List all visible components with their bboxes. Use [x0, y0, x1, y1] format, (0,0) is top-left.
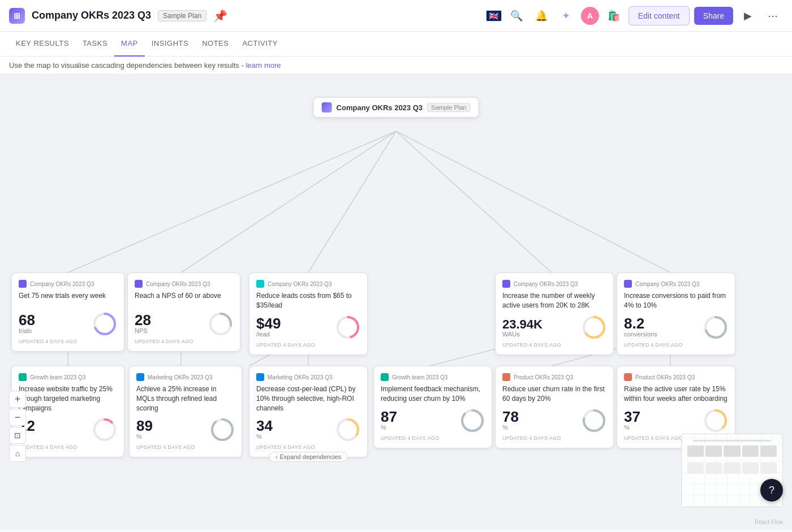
okr-card-header: Company OKRs 2023 Q3 [502, 280, 606, 288]
okr-card-header: Company OKRs 2023 Q3 [19, 280, 117, 288]
present-button[interactable]: ▶ [738, 6, 758, 26]
edit-content-button[interactable]: Edit content [629, 6, 690, 25]
share-button[interactable]: Share [694, 7, 733, 25]
okr-card-metric: 89 [136, 418, 210, 433]
ai-button[interactable]: ✦ [556, 6, 576, 26]
okr-card-metric-row: $49 /lead [256, 315, 360, 340]
okr-card-org: Marketing OKRs 2023 Q3 [148, 374, 213, 380]
okr-card-icon [256, 280, 264, 288]
okr-card-icon [502, 280, 510, 288]
progress-ring [582, 408, 606, 433]
progress-ring [335, 417, 360, 442]
search-button[interactable]: 🔍 [506, 6, 527, 26]
okr-card-metric: 87 [381, 409, 460, 424]
svg-point-25 [212, 419, 233, 440]
okr-card-icon [19, 373, 27, 381]
nav-item-insights[interactable]: INSIGHTS [145, 32, 195, 57]
okr-card-r1[interactable]: Growth team 2023 Q3 Increase website tra… [11, 366, 124, 457]
okr-card-icon [624, 280, 632, 288]
nav-item-key-results[interactable]: KEY RESULTS [9, 32, 76, 57]
okr-card-icon [19, 280, 27, 288]
okr-card-metric: $49 [256, 316, 335, 331]
okr-card-unit: WAUs [502, 331, 582, 338]
okr-card-title: Implement feedback mechanism, reducing u… [381, 384, 485, 404]
okr-card-metric-row: 89 % [136, 417, 235, 442]
header-right: 🇬🇧 🔍 🔔 ✦ A 🛍️ Edit content Share ▶ ⋯ [486, 6, 783, 26]
okr-card-icon [136, 373, 144, 381]
zoom-in-button[interactable]: + [9, 391, 26, 408]
flag-button[interactable]: 🇬🇧 [486, 10, 502, 21]
okr-card-r4[interactable]: Growth team 2023 Q3 Implement feedback m… [373, 366, 492, 448]
okr-card-metric-left: 68 trials [19, 313, 92, 336]
progress-ring [335, 315, 360, 340]
okr-card-c2[interactable]: Company OKRs 2023 Q3 Reach a NPS of 60 o… [127, 273, 240, 352]
okr-card-unit: % [136, 433, 210, 440]
svg-point-29 [462, 410, 483, 431]
okr-card-r3[interactable]: Marketing OKRs 2023 Q3 Decrease cost-per… [249, 366, 368, 457]
okr-card-c3[interactable]: Company OKRs 2023 Q3 Reduce leads costs … [249, 273, 368, 355]
okr-card-org: Product OKRs 2023 Q3 [635, 374, 695, 380]
okr-card-title: Reduce leads costs from $65 to $35/lead [256, 291, 360, 310]
okr-card-metric-row: 28 NPS [135, 312, 233, 336]
okr-card-c1[interactable]: Company OKRs 2023 Q3 Get 75 new trials e… [11, 273, 124, 352]
okr-card-title: Achieve a 25% increase in MQLs through r… [136, 384, 235, 413]
okr-card-icon [135, 280, 143, 288]
okr-card-c5[interactable]: Company OKRs 2023 Q3 Increase conversion… [617, 273, 735, 355]
fit-view-button[interactable]: ⊡ [9, 427, 26, 444]
notification-button[interactable]: 🔔 [531, 6, 552, 26]
app-icon: ⊞ [9, 8, 25, 24]
okr-card-icon [624, 373, 632, 381]
okr-card-c4[interactable]: Company OKRs 2023 Q3 Increase the number… [495, 273, 614, 355]
more-menu-button[interactable]: ⋯ [763, 6, 783, 26]
okr-card-r5[interactable]: Product OKRs 2023 Q3 Reduce user churn r… [495, 366, 614, 448]
okr-card-org: Growth team 2023 Q3 [30, 374, 85, 380]
okr-card-unit: /lead [256, 331, 335, 338]
okr-card-footer: UPDATED 4 DAYS AGO [624, 342, 728, 348]
okr-card-unit: % [19, 433, 92, 440]
pin-icon[interactable]: 📌 [213, 9, 227, 23]
bag-button[interactable]: 🛍️ [604, 6, 624, 26]
nav-bar: KEY RESULTS TASKS MAP INSIGHTS NOTES ACT… [0, 32, 792, 57]
nav-item-activity[interactable]: ACTIVITY [235, 32, 285, 57]
nav-item-tasks[interactable]: TASKS [76, 32, 114, 57]
nav-item-map[interactable]: MAP [114, 32, 145, 57]
app-title: Company OKRs 2023 Q3 [32, 10, 151, 21]
okr-card-org: Company OKRs 2023 Q3 [635, 281, 699, 287]
learn-more-link[interactable]: learn more [246, 61, 281, 70]
okr-card-metric-left: $49 /lead [256, 316, 335, 340]
okr-card-unit: conversions [624, 331, 703, 338]
map-canvas[interactable]: Company OKRs 2023 Q3 Sample Plan Company… [0, 75, 792, 530]
progress-ring [210, 417, 235, 442]
nav-item-notes[interactable]: NOTES [195, 32, 235, 57]
help-button[interactable]: ? [760, 479, 783, 501]
root-node-badge: Sample Plan [427, 103, 470, 112]
home-button[interactable]: ⌂ [9, 445, 26, 462]
okr-card-org: Growth team 2023 Q3 [392, 374, 447, 380]
okr-card-title: Increase website traffic by 25% through … [19, 384, 117, 413]
okr-card-header: Growth team 2023 Q3 [381, 373, 485, 381]
okr-card-footer: UPDATED 4 DAYS AGO [256, 444, 360, 450]
zoom-out-button[interactable]: − [9, 409, 26, 426]
okr-card-org: Company OKRs 2023 Q3 [30, 281, 94, 287]
svg-line-2 [308, 131, 396, 273]
expand-dependencies-button[interactable]: › Expand dependencies [269, 452, 348, 462]
okr-card-footer: UPDATED 4 DAYS AGO [136, 444, 235, 450]
okr-card-header: Growth team 2023 Q3 [19, 373, 117, 381]
zoom-controls: + − ⊡ ⌂ [9, 391, 26, 462]
okr-card-metric-row: 12 % [19, 417, 117, 442]
svg-line-1 [181, 131, 396, 273]
okr-card-title: Increase conversions to paid from 4% to … [624, 291, 728, 310]
okr-card-org: Marketing OKRs 2023 Q3 [268, 374, 333, 380]
avatar[interactable]: A [581, 7, 599, 25]
root-node[interactable]: Company OKRs 2023 Q3 Sample Plan [313, 97, 479, 118]
root-node-title: Company OKRs 2023 Q3 [337, 103, 423, 112]
okr-card-r2[interactable]: Marketing OKRs 2023 Q3 Achieve a 25% inc… [129, 366, 242, 457]
okr-card-title: Reach a NPS of 60 or above [135, 291, 233, 307]
okr-card-title: Get 75 new trials every week [19, 291, 117, 307]
okr-card-metric-left: 37 % [624, 409, 703, 433]
okr-card-metric: 34 [256, 418, 335, 433]
okr-card-metric-row: 37 % [624, 408, 728, 433]
okr-card-metric-left: 12 % [19, 418, 92, 442]
okr-card-metric: 12 [19, 418, 92, 433]
okr-card-title: Increase the number of weekly active use… [502, 291, 606, 310]
